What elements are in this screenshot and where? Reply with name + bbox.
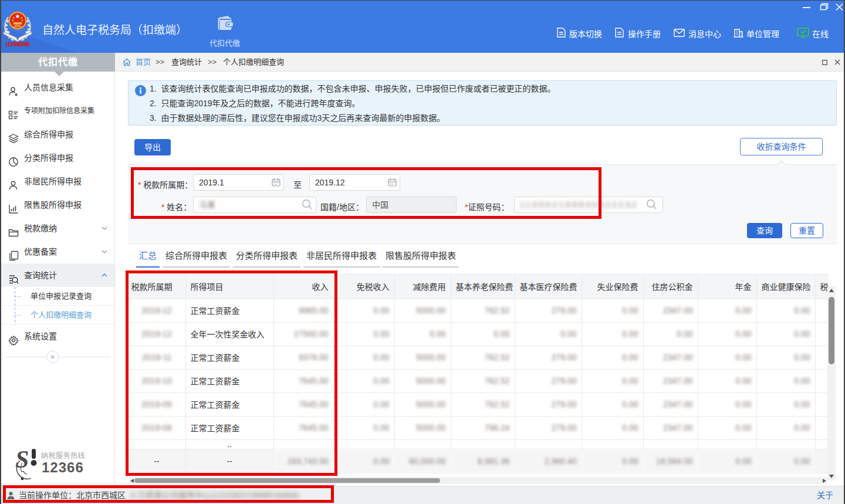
svg-text:S: S xyxy=(15,448,29,473)
svg-text:中国税务: 中国税务 xyxy=(5,41,31,46)
